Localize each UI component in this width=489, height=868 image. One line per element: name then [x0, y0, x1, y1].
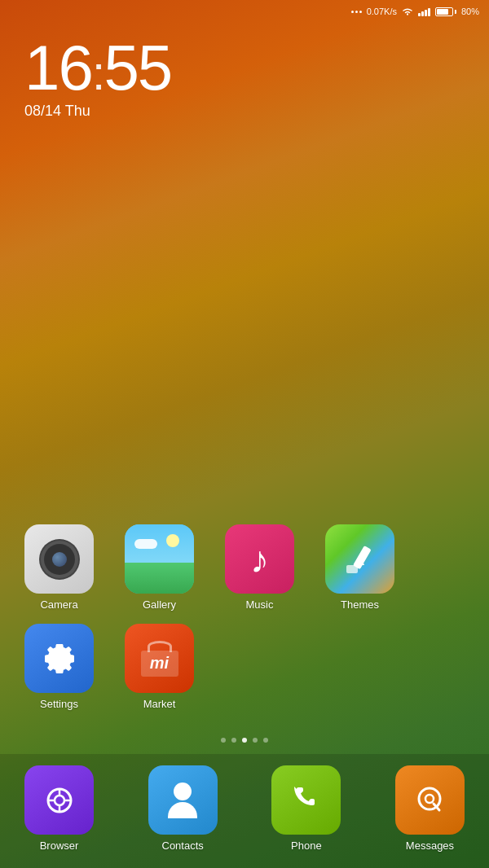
gallery-cloud: [134, 539, 157, 549]
app-item-gallery[interactable]: Gallery: [117, 524, 202, 611]
svg-point-0: [407, 14, 408, 15]
gallery-icon: [125, 524, 194, 594]
dock-item-messages[interactable]: Messages: [387, 765, 473, 852]
person-icon: [168, 783, 197, 818]
gear-svg: [42, 641, 77, 677]
dot2: [355, 11, 358, 13]
camera-lens: [44, 544, 75, 575]
messages-label: Messages: [406, 840, 454, 852]
themes-icon: [325, 524, 394, 594]
app-row-1: Camera Gallery: [16, 524, 473, 611]
status-bar: 0.07K/s 80%: [0, 0, 489, 20]
status-dots: [351, 11, 362, 13]
battery-body: [435, 7, 453, 16]
battery-icon: [435, 7, 456, 16]
page-dot-3-active[interactable]: [242, 738, 247, 743]
page-dot-1[interactable]: [221, 738, 226, 743]
app-row-2: Settings mi Mar: [16, 624, 473, 710]
messages-svg: [412, 783, 447, 818]
dot1: [351, 11, 354, 13]
phone-svg: [289, 783, 324, 818]
contacts-label: Contacts: [162, 840, 204, 852]
dock: Browser Contacts Phon: [0, 754, 489, 868]
signal-bar-1: [418, 13, 421, 16]
browser-icon: [24, 765, 94, 835]
app-item-market[interactable]: mi Market: [117, 624, 202, 710]
contacts-icon: [148, 765, 218, 835]
app-grid: Camera Gallery: [0, 524, 489, 731]
gallery-label: Gallery: [143, 598, 176, 611]
settings-icon: [24, 624, 94, 693]
phone-label: Phone: [291, 840, 322, 852]
svg-point-11: [425, 795, 434, 803]
themes-brush-svg: [343, 542, 377, 576]
signal-bars: [418, 7, 430, 16]
battery-tip: [455, 10, 456, 14]
clock-minutes: 55: [104, 32, 171, 103]
network-speed: 0.07K/s: [367, 7, 397, 16]
music-label: Music: [246, 598, 274, 611]
page-dots: [0, 731, 489, 754]
battery-fill: [437, 9, 448, 15]
person-head: [174, 783, 192, 800]
battery-percent: 80%: [461, 7, 479, 16]
clock-hours: 16: [24, 32, 92, 103]
clock-time: 16:55: [24, 36, 465, 99]
phone-screen: 0.07K/s 80% 16:55 08/14 Thu: [0, 0, 489, 868]
page-dot-5[interactable]: [263, 738, 268, 743]
camera-label: Camera: [40, 598, 77, 611]
mi-shirt: mi: [139, 638, 181, 680]
page-dot-4[interactable]: [253, 738, 258, 743]
gallery-landscape: [125, 524, 194, 594]
market-label: Market: [143, 698, 176, 710]
camera-lens-inner: [52, 552, 67, 567]
music-icon: ♪: [225, 524, 294, 594]
dock-item-browser[interactable]: Browser: [16, 765, 102, 852]
clock-colon: :: [92, 46, 104, 100]
svg-point-5: [55, 796, 64, 805]
browser-svg: [42, 783, 77, 818]
app-item-music[interactable]: ♪ Music: [217, 524, 302, 611]
svg-rect-2: [346, 565, 358, 573]
app-item-settings[interactable]: Settings: [16, 624, 102, 710]
app-item-camera[interactable]: Camera: [16, 524, 102, 611]
person-body: [168, 802, 197, 818]
dot3: [359, 11, 362, 13]
browser-label: Browser: [40, 840, 79, 852]
clock-area: 16:55 08/14 Thu: [0, 20, 489, 126]
gallery-ground: [125, 563, 194, 594]
main-content: Camera Gallery: [0, 126, 489, 868]
wifi-icon: [402, 7, 413, 15]
market-icon: mi: [125, 624, 194, 693]
camera-icon: [24, 524, 94, 594]
app-item-themes[interactable]: Themes: [317, 524, 403, 611]
signal-bar-4: [428, 8, 430, 16]
dock-item-contacts[interactable]: Contacts: [140, 765, 226, 852]
signal-bar-2: [421, 11, 424, 16]
music-note-symbol: ♪: [250, 537, 269, 581]
signal-bar-3: [425, 10, 427, 16]
settings-label: Settings: [40, 698, 78, 710]
page-dot-2[interactable]: [231, 738, 236, 743]
dock-item-phone[interactable]: Phone: [263, 765, 349, 852]
phone-icon: [271, 765, 341, 835]
messages-icon: [395, 765, 465, 835]
clock-date: 08/14 Thu: [24, 103, 465, 120]
gallery-sun: [166, 534, 179, 547]
themes-label: Themes: [341, 598, 379, 611]
mi-text: mi: [150, 654, 169, 673]
